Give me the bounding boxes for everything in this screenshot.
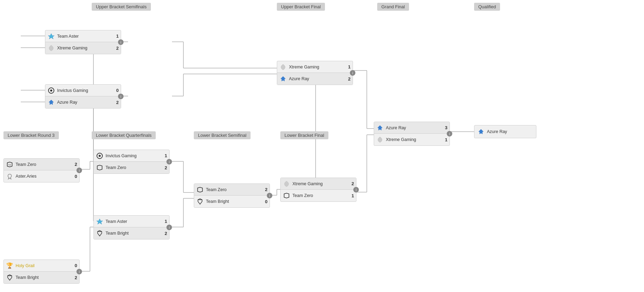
match-box-lbf: Xtreme Gaming 2 Team Zero 1 i [280,178,356,202]
match-row-ubs2-t2: Azure Ray 2 i [45,96,121,108]
lbf-team1-score: 2 [349,181,354,186]
ubs2-team2-name: Azure Ray [57,100,112,105]
label-lbr3: Lower Bracket Round 3 [3,131,59,139]
lbqf1-team1-name: Invictus Gaming [106,153,161,158]
match-row-ubs1-t1: Team Aster 1 [45,30,121,42]
lbqf2-info-icon[interactable]: i [166,225,172,230]
match-box-lbr3-2: 🏆 Holy Grail 0 i Team Bright 2 [3,260,80,284]
lbsf-team1-name: Team Zero [206,187,261,192]
lbr3-2-team2-score: 2 [72,275,77,280]
match-box-lbsf: Team Zero 2 Team Bright 0 i [194,183,270,208]
azure-ray-logo-gf [376,124,384,132]
lbqf2-team1-name: Team Aster [106,219,161,224]
lbf-info-icon[interactable]: i [353,187,359,192]
xtreme-gaming-logo-lbf [283,180,290,188]
match-row-ubs2-t1: Invictus Gaming 0 [45,85,121,96]
lbr3-2-team1-score: 0 [72,263,77,268]
lbqf2-team2-score: 2 [162,231,167,236]
svg-point-42 [50,90,52,92]
match-row-ubs1-t2: Xtreme Gaming 2 i [45,42,121,54]
ubs2-info-icon[interactable]: i [118,94,124,99]
match-box-ubs1: Team Aster 1 Xtreme Gaming 2 i [45,30,121,54]
lbr3-2-team1-name: Holy Grail [16,263,71,268]
lbsf-team2-name: Team Bright [206,199,261,204]
svg-marker-40 [48,34,54,39]
gf-info-icon[interactable]: i [447,131,452,136]
azure-ray-logo-qualified [477,128,485,135]
team-zero-logo-lbqf1 [96,164,103,171]
xtreme-gaming-logo-ubf [279,63,287,71]
label-ubs: Upper Bracket Semifinals [92,3,151,11]
lbsf-team1-score: 2 [263,187,267,192]
svg-marker-47 [97,219,103,224]
team-zero-logo-lbf [283,192,290,199]
qualified-team-name: Azure Ray [487,129,533,134]
gf-team2-score: 1 [443,137,447,142]
lbqf1-team1-score: 1 [162,153,167,158]
lbr3-1-info-icon[interactable]: i [76,168,82,173]
match-row-ubf-t1: Xtreme Gaming 1 [277,61,353,73]
team-zero-logo-lbr3: TZ [6,161,13,168]
ubf-team2-score: 2 [346,76,351,82]
match-row-gf-t1: Azure Ray 3 i [374,122,450,134]
match-row-ubf-t2: Azure Ray 2 i [277,73,353,85]
ubs2-team1-name: Invictus Gaming [57,88,112,93]
ubf-team1-name: Xtreme Gaming [289,65,344,69]
match-box-ubs2: Invictus Gaming 0 Azure Ray 2 i [45,84,121,109]
lbr3-2-info-icon[interactable]: i [76,269,82,274]
ubs2-team2-score: 2 [114,100,119,105]
match-row-gf-t2: Xtreme Gaming 1 [374,134,450,145]
lbr3-1-team2-score: 0 [72,174,77,179]
team-aster-logo-lbqf2 [96,218,103,225]
holy-grail-logo: 🏆 [6,262,13,270]
match-row-lbqf2-t2: Team Bright 2 i [94,227,169,239]
lbf-team2-score: 1 [349,193,354,198]
ubs1-team2-score: 2 [114,46,119,51]
match-row-lbqf2-t1: Team Aster 1 [94,216,169,227]
invictus-gaming-logo [47,87,55,94]
lbr3-1-team2-name: Aster.Aries [16,174,71,179]
label-lbsf: Lower Bracket Semifinal [194,131,251,139]
ubs2-team1-score: 0 [114,88,119,93]
ubs1-team1-score: 1 [114,34,119,39]
lbr3-1-team1-score: 2 [72,162,77,167]
qualified-box: Azure Ray [474,125,536,138]
ubs1-info-icon[interactable]: i [118,39,124,45]
ubf-team1-score: 1 [346,64,351,69]
label-lbf: Lower Bracket Final [280,131,328,139]
lbr3-1-team1-name: Team Zero [16,162,71,167]
azure-ray-logo-ubs2 [47,98,55,106]
gf-team1-score: 3 [443,125,447,130]
match-box-ubf: Xtreme Gaming 1 Azure Ray 2 i [277,61,353,85]
invictus-gaming-logo-lbqf1 [96,152,103,160]
ubs1-team2-name: Xtreme Gaming [57,46,112,50]
xtreme-gaming-logo-gf [376,136,384,143]
lbsf-info-icon[interactable]: i [267,193,272,198]
match-row-lbqf1-t2: Team Zero 2 i [94,162,169,173]
bracket-container: Upper Bracket Semifinals Upper Bracket F… [0,0,644,292]
match-row-lbf-t2: Team Zero 1 i [281,190,356,201]
match-row-lbf-t1: Xtreme Gaming 2 [281,178,356,190]
match-row-lbr3-2-t2: Team Bright 2 [4,272,79,283]
ubf-info-icon[interactable]: i [350,70,355,76]
match-box-lbqf1: Invictus Gaming 1 Team Zero 2 i [93,150,170,174]
lbqf2-team1-score: 1 [162,219,167,224]
match-box-lbr3-1: TZ Team Zero 2 i Aster.Aries 0 [3,158,80,182]
lbr3-2-team2-name: Team Bright [16,275,71,280]
lbqf1-team2-name: Team Zero [106,165,161,170]
lbf-team2-name: Team Zero [292,193,348,198]
lbqf1-info-icon[interactable]: i [166,159,172,164]
svg-point-46 [99,155,101,157]
azure-ray-logo-ubf [279,75,287,83]
label-ubf: Upper Bracket Final [277,3,325,11]
label-qualified: Qualified [474,3,500,11]
lbf-team1-name: Xtreme Gaming [292,181,348,186]
match-box-lbqf2: Team Aster 1 Team Bright 2 i [93,215,170,239]
team-bright-logo-lbqf2 [96,229,103,237]
match-row-lbsf-t1: Team Zero 2 [194,184,270,196]
team-zero-logo-lbsf [196,186,204,194]
lbqf2-team2-name: Team Bright [106,231,161,236]
lbsf-team2-score: 0 [263,199,267,204]
match-row-lbr3-2-t1: 🏆 Holy Grail 0 i [4,260,79,272]
match-row-lbqf1-t1: Invictus Gaming 1 [94,150,169,162]
